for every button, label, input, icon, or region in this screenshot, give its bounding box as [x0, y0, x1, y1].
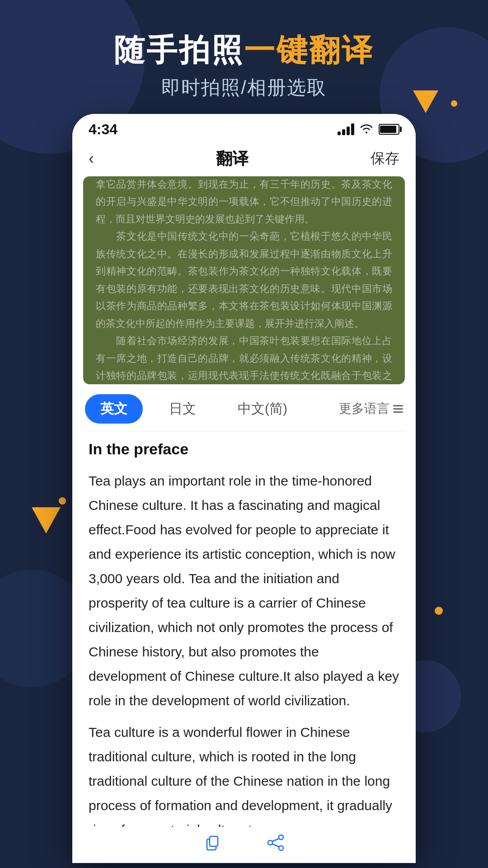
more-lang-label: 更多语言	[339, 400, 389, 417]
status-icons	[338, 123, 399, 137]
source-image-area: 茶，在源远流长的华夏文化中起着重要作用，它有着颇具魅力的神奇功效，为世人所喜爱；…	[83, 176, 405, 384]
tab-english[interactable]: 英文	[85, 394, 143, 424]
app-subtitle: 即时拍照/相册选取	[0, 75, 488, 100]
battery-icon	[379, 124, 399, 135]
bottom-bar	[72, 827, 416, 863]
tab-japanese[interactable]: 日文	[154, 394, 211, 424]
battery-fill	[380, 126, 396, 133]
back-button[interactable]: ‹	[89, 149, 94, 168]
svg-rect-1	[210, 836, 218, 846]
nav-title: 翻译	[216, 148, 249, 170]
tab-chinese-simplified[interactable]: 中文(简)	[222, 394, 303, 424]
status-time: 4:34	[89, 121, 117, 138]
translation-body: Tea plays an important role in the time-…	[89, 469, 399, 842]
save-button[interactable]: 保存	[371, 149, 399, 169]
phone-mockup: 4:34 ‹ 翻译 保存	[72, 114, 416, 863]
translation-paragraph-2: Tea culture is a wonderful flower in Chi…	[89, 720, 399, 842]
nav-bar: ‹ 翻译 保存	[72, 142, 416, 176]
header-section: 随手拍照一键翻译 即时拍照/相册选取	[0, 0, 488, 114]
svg-point-4	[279, 846, 283, 850]
app-title: 随手拍照一键翻译	[0, 32, 488, 69]
svg-point-3	[268, 840, 272, 845]
translation-paragraph-1: Tea plays an important role in the time-…	[89, 469, 399, 713]
dot-decoration-left	[59, 497, 66, 505]
title-part1: 随手拍照	[114, 33, 244, 67]
translation-heading: In the preface	[89, 440, 399, 458]
source-image-inner: 茶，在源远流长的华夏文化中起着重要作用，它有着颇具魅力的神奇功效，为世人所喜爱；…	[83, 176, 405, 384]
source-chinese-text: 茶，在源远流长的华夏文化中起着重要作用，它有着颇具魅力的神奇功效，为世人所喜爱；…	[96, 176, 392, 384]
dot-decoration-main	[435, 607, 443, 615]
bottom-icon-copy[interactable]	[203, 834, 221, 856]
phone-mockup-container: 4:34 ‹ 翻译 保存	[72, 114, 416, 863]
svg-point-2	[279, 835, 283, 840]
svg-line-5	[272, 839, 279, 841]
svg-line-6	[272, 844, 279, 847]
status-bar: 4:34	[72, 114, 416, 142]
language-tabs: 英文 日文 中文(简) 更多语言	[72, 384, 416, 431]
title-part2: 一键翻译	[244, 33, 374, 67]
bottom-icon-share[interactable]	[267, 834, 285, 856]
triangle-decoration-left	[32, 507, 61, 533]
translation-result: In the preface Tea plays an important ro…	[72, 431, 416, 863]
menu-lines-icon	[393, 405, 403, 413]
signal-bars-icon	[338, 123, 354, 135]
more-languages-button[interactable]: 更多语言	[339, 400, 403, 417]
wifi-icon	[360, 123, 373, 137]
